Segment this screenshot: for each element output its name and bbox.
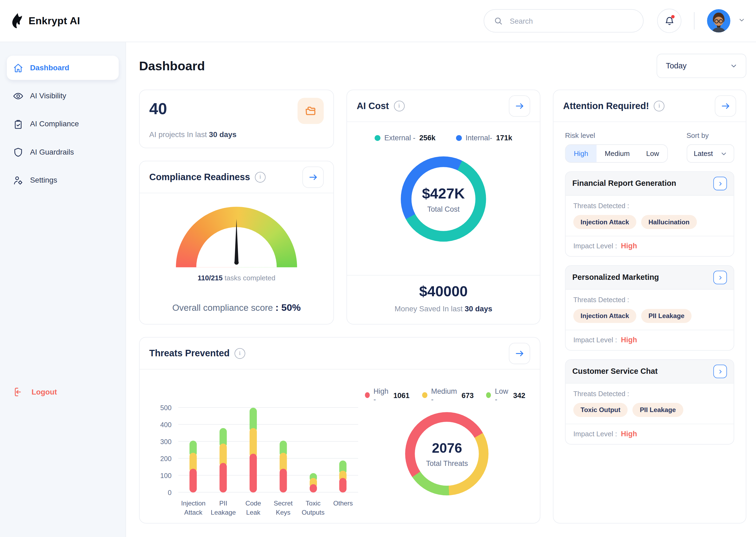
- flame-logo-icon: [11, 13, 24, 29]
- attention-card-personalized-marketing: Personalized Marketing Threats Detected …: [565, 265, 734, 351]
- legend-item-high: High - 1061: [365, 387, 410, 403]
- attention-card-title: Financial Report Generation: [572, 179, 676, 188]
- legend-item-external: External - 256k: [375, 134, 435, 142]
- ai-cost-donut-chart: $427K Total Cost: [401, 156, 486, 242]
- bar-column[interactable]: [249, 408, 257, 493]
- money-saved-caption: Money Saved In last 30 days: [347, 305, 540, 313]
- app-root: Enkrypt AI: [0, 0, 756, 537]
- attention-open-button[interactable]: [715, 95, 736, 116]
- bar-column[interactable]: [190, 441, 197, 493]
- score-value: : 50%: [276, 302, 301, 313]
- threats-legend: High - 1061 Medium - 673 Low -: [365, 387, 529, 403]
- arrow-right-icon: [515, 102, 524, 109]
- bar-column[interactable]: [280, 441, 287, 493]
- sidebar-item-label: Dashboard: [30, 63, 69, 72]
- score-label: Overall compliance score: [172, 303, 273, 313]
- threats-detected-label: Threats Detected :: [573, 296, 726, 304]
- total-threats-label: Total Threats: [426, 459, 468, 467]
- notifications-button[interactable]: [657, 9, 681, 33]
- risk-tab-medium[interactable]: Medium: [597, 145, 638, 162]
- impact-level-value: High: [621, 430, 637, 438]
- sidebar-item-ai-visibility[interactable]: AI Visibility: [7, 84, 118, 108]
- logout-button[interactable]: Logout: [14, 387, 57, 397]
- total-threats-value: 2076: [432, 440, 462, 456]
- projects-card: 40 AI projects In last 30 days: [139, 90, 334, 148]
- sidebar-item-ai-compliance[interactable]: AI Compliance: [7, 112, 118, 136]
- y-axis-tick-label: 200: [151, 455, 172, 462]
- sidebar-item-label: AI Guardrails: [30, 147, 74, 156]
- attention-card-open-button[interactable]: [713, 177, 727, 190]
- legend-dot: [456, 135, 462, 141]
- attention-card-title: Customer Service Chat: [572, 367, 658, 376]
- attention-card-open-button[interactable]: [713, 271, 727, 284]
- date-filter-dropdown[interactable]: Today: [656, 54, 746, 78]
- y-axis-tick-label: 300: [151, 437, 172, 445]
- risk-level-tabs: High Medium Low: [565, 145, 668, 163]
- date-filter-value: Today: [666, 62, 687, 70]
- threats-bar-categories: Injection AttackPII LeakageCode LeakSecr…: [178, 499, 358, 517]
- info-icon[interactable]: i: [394, 101, 405, 111]
- header-divider: [694, 12, 694, 30]
- legend-value: 1061: [393, 391, 409, 399]
- avatar[interactable]: [707, 9, 730, 32]
- brand-logo[interactable]: Enkrypt AI: [11, 13, 80, 29]
- notification-dot: [671, 15, 675, 19]
- info-icon[interactable]: i: [654, 101, 665, 111]
- search-box[interactable]: [483, 9, 643, 32]
- logout-label: Logout: [31, 388, 57, 396]
- bar-column[interactable]: [339, 460, 347, 493]
- bar-segment: [220, 463, 227, 493]
- compliance-score-text: Overall compliance score : 50%: [140, 302, 334, 313]
- chevron-down-icon: [738, 16, 745, 23]
- ai-cost-title: AI Cost: [357, 101, 389, 111]
- gridline: [178, 458, 358, 459]
- ai-cost-total-label: Total Cost: [427, 205, 460, 213]
- legend-dot: [486, 392, 491, 398]
- search-input[interactable]: [509, 16, 633, 25]
- attention-card-open-button[interactable]: [713, 365, 727, 378]
- x-axis-category-label: Toxic Outputs: [298, 499, 328, 517]
- legend-value: 673: [462, 391, 474, 399]
- sidebar-item-settings[interactable]: Settings: [7, 168, 118, 192]
- info-icon[interactable]: i: [235, 348, 245, 359]
- attention-card-financial-report: Financial Report Generation Threats Dete…: [565, 172, 734, 257]
- attention-card-title: Personalized Marketing: [572, 273, 659, 282]
- legend-label: Internal-: [466, 134, 492, 142]
- sort-by-label: Sort by: [687, 132, 734, 140]
- gridline: [178, 441, 358, 442]
- threats-detected-label: Threats Detected :: [573, 202, 726, 210]
- bar-segment: [249, 428, 257, 458]
- profile-menu-chevron[interactable]: [738, 16, 745, 25]
- bar-segment: [309, 484, 317, 492]
- x-axis-category-label: Others: [328, 499, 358, 517]
- ai-cost-open-button[interactable]: [509, 95, 530, 116]
- bar-column[interactable]: [220, 428, 227, 493]
- compliance-card: Compliance Readiness i 110/215 tasks com…: [139, 161, 334, 324]
- projects-caption: AI projects In last 30 days: [149, 130, 324, 139]
- chevron-down-icon: [721, 150, 727, 156]
- sidebar-item-dashboard[interactable]: Dashboard: [7, 56, 118, 80]
- legend-dot: [422, 392, 427, 398]
- sidebar-item-ai-guardrails[interactable]: AI Guardrails: [7, 140, 118, 164]
- threats-open-button[interactable]: [509, 343, 530, 364]
- compliance-open-button[interactable]: [302, 166, 324, 188]
- risk-tab-low[interactable]: Low: [638, 145, 667, 162]
- legend-label: High -: [374, 387, 389, 403]
- risk-tab-high[interactable]: High: [565, 145, 597, 162]
- sort-dropdown[interactable]: Latest: [687, 145, 734, 163]
- x-axis-category-label: Code Leak: [238, 499, 268, 517]
- threat-tag: Hallucination: [641, 215, 697, 229]
- x-axis-category-label: PII Leakage: [208, 499, 238, 517]
- tasks-completed-text: 110/215 tasks completed: [140, 274, 334, 282]
- tasks-suffix: tasks completed: [225, 274, 275, 282]
- home-icon: [13, 63, 23, 73]
- gridline: [178, 424, 358, 425]
- legend-value: 342: [513, 391, 525, 399]
- projects-count: 40: [149, 100, 167, 118]
- info-icon[interactable]: i: [255, 172, 266, 182]
- bar-column[interactable]: [309, 473, 317, 492]
- attention-required-panel: Attention Required! i Risk level High Me…: [553, 90, 746, 523]
- threat-tag: PII Leakage: [633, 403, 683, 417]
- threat-tag: PII Leakage: [641, 309, 692, 323]
- arrow-right-icon: [308, 173, 318, 181]
